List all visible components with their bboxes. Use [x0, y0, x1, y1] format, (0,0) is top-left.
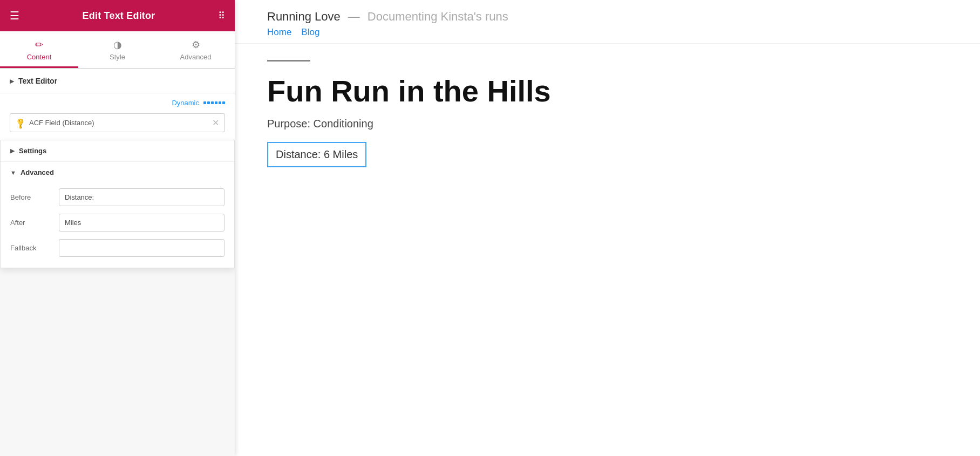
- advanced-icon: ⚙: [192, 39, 200, 51]
- dynamic-icon[interactable]: [203, 101, 225, 104]
- advanced-arrow: ▼: [10, 169, 16, 176]
- tab-advanced[interactable]: ⚙ Advanced: [156, 31, 235, 68]
- fallback-field-row: Fallback: [10, 239, 224, 257]
- post-divider: [267, 60, 310, 62]
- tab-content-label: Content: [27, 53, 52, 61]
- panel-body: ▶ Text Editor Dynamic 🔑 ✕ ▶: [0, 69, 235, 456]
- tab-style[interactable]: ◑ Style: [78, 31, 156, 68]
- hamburger-icon[interactable]: ☰: [10, 10, 19, 21]
- before-label: Before: [10, 193, 53, 201]
- acf-field-row: 🔑 ✕: [0, 110, 235, 140]
- tab-style-label: Style: [110, 53, 125, 61]
- settings-title: Settings: [19, 147, 46, 155]
- site-header: Running Love — Documenting Kinsta's runs…: [235, 0, 980, 44]
- acf-field-text-input[interactable]: [29, 119, 208, 127]
- dynamic-field-highlight[interactable]: Distance: 6 Miles: [267, 142, 366, 167]
- content-icon: ✏: [35, 39, 43, 51]
- after-input[interactable]: [59, 214, 224, 232]
- nav-home[interactable]: Home: [267, 27, 291, 38]
- after-label: After: [10, 219, 53, 227]
- section-title: Text Editor: [18, 77, 57, 85]
- advanced-section-header[interactable]: ▼ Advanced: [1, 162, 234, 183]
- editor-panel: ☰ Edit Text Editor ⠿ ✏ Content ◑ Style ⚙…: [0, 0, 235, 456]
- post-meta: Purpose: Conditioning: [267, 118, 948, 130]
- settings-section-header[interactable]: ▶ Settings: [1, 140, 234, 161]
- style-icon: ◑: [113, 39, 122, 51]
- site-separator: —: [348, 10, 360, 24]
- top-bar: ☰ Edit Text Editor ⠿: [0, 0, 235, 31]
- settings-arrow: ▶: [10, 147, 15, 154]
- tab-advanced-label: Advanced: [180, 53, 212, 61]
- advanced-section: ▼ Advanced Before After: [1, 162, 234, 268]
- site-title-line: Running Love — Documenting Kinsta's runs: [267, 10, 948, 24]
- before-field-row: Before: [10, 188, 224, 206]
- acf-field-input[interactable]: 🔑 ✕: [10, 113, 225, 132]
- site-name: Running Love: [267, 10, 341, 24]
- section-arrow: ▶: [10, 78, 14, 85]
- nav-blog[interactable]: Blog: [301, 27, 319, 38]
- post-content: Fun Run in the Hills Purpose: Conditioni…: [235, 44, 980, 189]
- fallback-input[interactable]: [59, 239, 224, 257]
- clear-icon[interactable]: ✕: [212, 118, 219, 128]
- tab-content[interactable]: ✏ Content: [0, 31, 78, 68]
- advanced-fields: Before After Fallback: [1, 183, 234, 268]
- post-title: Fun Run in the Hills: [267, 74, 948, 108]
- dynamic-content-text: Distance: 6 Miles: [276, 148, 358, 160]
- key-icon: 🔑: [14, 117, 26, 129]
- before-input[interactable]: [59, 188, 224, 206]
- advanced-title: Advanced: [21, 168, 54, 176]
- settings-section: ▶ Settings: [1, 140, 234, 162]
- grid-icon[interactable]: ⠿: [218, 11, 225, 21]
- fallback-label: Fallback: [10, 244, 53, 252]
- text-editor-section-header[interactable]: ▶ Text Editor: [0, 69, 235, 93]
- dropdown-panel: ▶ Settings ▼ Advanced Before: [0, 140, 235, 268]
- top-bar-title: Edit Text Editor: [83, 10, 155, 22]
- after-field-row: After: [10, 214, 224, 232]
- dynamic-label[interactable]: Dynamic: [172, 99, 199, 107]
- site-nav: Home Blog: [267, 27, 948, 38]
- dynamic-row: Dynamic: [0, 93, 235, 110]
- tabs-bar: ✏ Content ◑ Style ⚙ Advanced: [0, 31, 235, 69]
- site-tagline: Documenting Kinsta's runs: [368, 10, 508, 24]
- preview-content: Running Love — Documenting Kinsta's runs…: [235, 0, 980, 456]
